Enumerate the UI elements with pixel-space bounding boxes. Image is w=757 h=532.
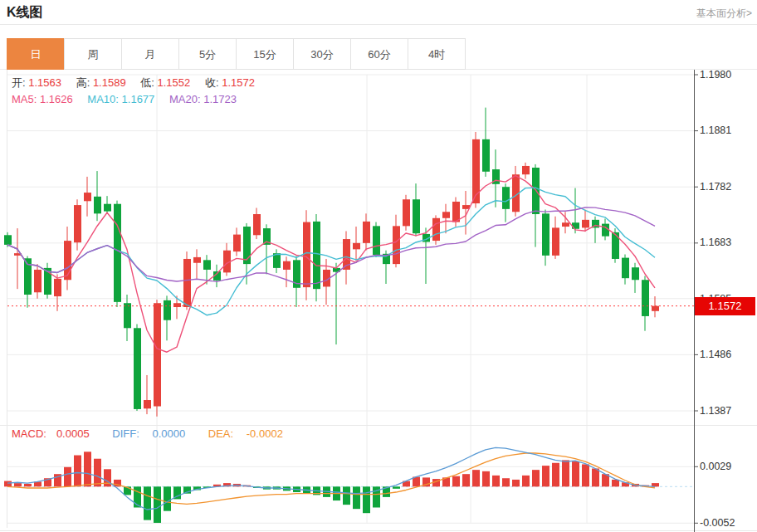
- high-label: 高:: [76, 76, 90, 89]
- ohlc-readout: 开: 1.1563 高: 1.1589 低: 1.1552 收: 1.1572 …: [12, 75, 266, 108]
- low-label: 低:: [140, 76, 154, 89]
- ma5-value: 1.1626: [40, 93, 73, 105]
- high-value: 1.1589: [93, 76, 126, 89]
- y-axis-tick: 1.1486: [700, 348, 731, 361]
- y-axis-tick: 1.1782: [700, 180, 731, 193]
- ma-row: MA5: 1.1626 MA10: 1.1677 MA20: 1.1723: [12, 91, 266, 108]
- tab-30min[interactable]: 30分: [293, 38, 351, 70]
- page-title: K线图: [7, 4, 43, 22]
- kline-page: K线图 基本面分析> 日 周 月 5分 15分 30分 60分 4时 开: 1.…: [0, 0, 757, 532]
- low-value: 1.1552: [158, 76, 191, 89]
- current-price-tag: 1.1572: [695, 297, 755, 315]
- tab-5min[interactable]: 5分: [178, 38, 237, 70]
- tab-day[interactable]: 日: [7, 38, 65, 70]
- y-axis-tick: 1.1683: [700, 236, 731, 249]
- kline-chart-canvas[interactable]: [0, 70, 757, 532]
- macd-axis-tick: -0.0052: [700, 516, 735, 530]
- tab-4hour[interactable]: 4时: [408, 38, 466, 70]
- tab-15min[interactable]: 15分: [236, 38, 294, 70]
- diff-value: DIFF: 0.0000: [112, 427, 195, 440]
- chart-region: 开: 1.1563 高: 1.1589 低: 1.1552 收: 1.1572 …: [0, 70, 757, 532]
- ohlc-row: 开: 1.1563 高: 1.1589 低: 1.1552 收: 1.1572: [12, 75, 266, 91]
- dea-value: DEA: -0.0002: [208, 427, 293, 440]
- tab-60min[interactable]: 60分: [350, 38, 408, 70]
- period-tabs: 日 周 月 5分 15分 30分 60分 4时: [7, 38, 466, 70]
- ma10-value: 1.1677: [122, 93, 155, 105]
- macd-value: MACD:0.0005: [12, 427, 100, 440]
- open-label: 开:: [12, 76, 26, 89]
- ma10-label: MA10:: [87, 93, 119, 105]
- y-axis-tick: 1.1980: [700, 68, 731, 81]
- y-axis-tick: 1.1387: [700, 404, 731, 417]
- ma20-label: MA20:: [169, 93, 201, 105]
- macd-axis-tick: 0.0029: [700, 460, 731, 473]
- macd-readout: MACD:0.0005 DIFF: 0.0000 DEA: -0.0002: [12, 427, 303, 442]
- open-value: 1.1563: [28, 76, 61, 89]
- close-value: 1.1572: [222, 76, 255, 89]
- fundamental-analysis-link[interactable]: 基本面分析>: [696, 7, 752, 21]
- close-label: 收:: [205, 76, 219, 89]
- tab-week[interactable]: 周: [64, 38, 122, 70]
- y-axis-tick: 1.1881: [700, 124, 731, 137]
- period-tab-bar: 日 周 月 5分 15分 30分 60分 4时: [0, 38, 757, 70]
- tab-month[interactable]: 月: [121, 38, 179, 70]
- header: K线图 基本面分析>: [0, 0, 757, 25]
- ma5-label: MA5:: [12, 93, 37, 105]
- ma20-value: 1.1723: [203, 93, 237, 105]
